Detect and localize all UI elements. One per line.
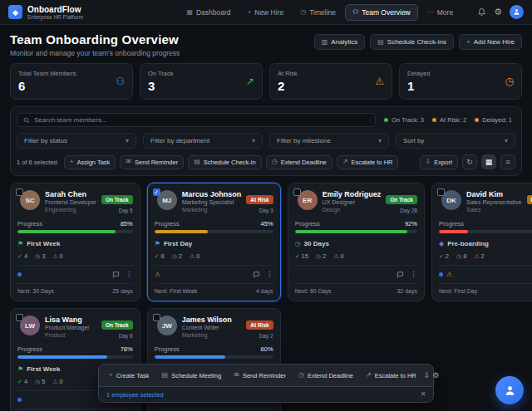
kebab-menu-icon[interactable] (126, 271, 133, 278)
bulk-action-label: Escalate to HR (351, 159, 392, 166)
sheet-action-button[interactable]: ↗ Escalate to HR (361, 369, 421, 382)
team-member-card[interactable]: SC Sarah Chen Frontend Developer Enginee… (10, 183, 140, 301)
kebab-menu-icon[interactable] (266, 271, 273, 278)
sheet-action-icon: ◷ (298, 372, 304, 379)
tasks-done: 4 (17, 378, 27, 385)
day-counter: Day 2 (246, 333, 273, 339)
bulk-action-button[interactable]: + Assign Task (64, 155, 116, 169)
filter-dropdown[interactable]: Filter by status (17, 133, 136, 149)
sheet-action-label: Extend Deadline (308, 372, 353, 379)
member-checkbox[interactable] (16, 188, 23, 196)
check-icon (17, 379, 22, 384)
team-member-card[interactable]: MJ Marcus Johnson Marketing Specialist M… (147, 183, 281, 301)
nav-item[interactable]: ◷ Timeline (293, 4, 343, 21)
kebab-menu-icon[interactable] (410, 271, 417, 278)
filter-dropdown[interactable]: Filter by department (143, 133, 263, 149)
filter-dropdown-label: Filter by milestone (277, 137, 331, 144)
clock-icon (316, 253, 321, 259)
member-checkbox[interactable] (437, 188, 445, 196)
sheet-action-button[interactable]: ✉ Send Reminder (229, 369, 291, 382)
export-button[interactable]: Export (420, 155, 458, 169)
filter-row: Filter by status Filter by department Fi… (17, 133, 515, 149)
bulk-action-button[interactable]: ◷ Extend Deadline (266, 155, 332, 169)
stat-value: 6 (18, 79, 76, 93)
list-view-button[interactable] (500, 154, 515, 169)
page-action-button[interactable]: + Add New Hire (459, 34, 522, 50)
sheet-download-icon[interactable] (424, 369, 431, 382)
progress-label: Progress (439, 220, 464, 228)
page-actions: ▥ Analytics ▤ Schedule Check-ins + Add N… (314, 34, 522, 50)
nav-item[interactable]: ▦ Dashboard (179, 4, 238, 21)
stat-label: Total Team Members (18, 70, 76, 77)
team-member-card[interactable]: DK David Kim Sales Representative Sales … (431, 183, 532, 301)
bulk-buttons: + Assign Task ✉ Send Reminder ▤ Schedule… (64, 155, 399, 169)
sheet-action-button[interactable]: ▤ Schedule Meeting (157, 369, 227, 382)
alert-icon (52, 379, 57, 384)
card-footer: Next: First Day 1 days (439, 283, 532, 294)
legend-item: Delayed: 1 (475, 116, 512, 124)
filter-dropdown[interactable]: Filter by milestone (269, 133, 389, 149)
search-input[interactable] (34, 116, 369, 124)
member-role: UX Designer (323, 198, 382, 206)
filter-dropdown-label: Filter by status (24, 137, 67, 144)
member-checkbox[interactable] (153, 188, 160, 196)
progress-value: 92% (405, 220, 417, 228)
status-legend: On Track: 3 At Risk: 2 Delayed: 1 (384, 116, 515, 124)
nav-item-label: Timeline (309, 8, 336, 17)
milestone-label: First Week (27, 240, 60, 247)
check-icon (295, 253, 300, 259)
day-counter: Day 1 (527, 208, 532, 213)
milestone-label: 30 Days (304, 240, 329, 247)
chat-icon[interactable] (397, 271, 404, 278)
member-checkbox[interactable] (153, 314, 160, 321)
tasks-done: 15 (295, 252, 308, 260)
next-milestone: Next: First Week (155, 288, 198, 294)
page-action-button[interactable]: ▥ Analytics (314, 34, 366, 50)
team-member-card[interactable]: ER Emily Rodriguez UX Designer Design On… (288, 183, 425, 301)
nav-item[interactable]: + New Hire (240, 4, 292, 21)
chat-icon[interactable] (112, 271, 120, 278)
bulk-action-icon: + (70, 159, 74, 165)
nav-item-label: New Hire (254, 8, 283, 17)
close-icon[interactable]: × (421, 390, 426, 399)
filter-dropdown[interactable]: Sort by (396, 133, 515, 149)
sheet-settings-gear-icon[interactable] (432, 369, 439, 382)
sheet-action-button[interactable]: ◷ Extend Deadline (293, 369, 358, 382)
refresh-button[interactable] (462, 154, 477, 169)
stat-icon: ◷ (505, 76, 514, 86)
sheet-action-button[interactable]: + Create Task (104, 369, 155, 382)
brand[interactable]: ◆ OnboardFlow Enterprise HR Platform (8, 5, 83, 20)
top-nav-bar: ◆ OnboardFlow Enterprise HR Platform ▦ D… (0, 0, 532, 25)
settings-gear-icon[interactable] (494, 7, 502, 17)
nav-item-icon: ⚇ (352, 8, 358, 16)
assistant-fab-button[interactable] (495, 376, 524, 404)
sheet-action-label: Create Task (116, 372, 150, 379)
progress-bar-fill (439, 230, 468, 233)
member-role: Sales Representative (466, 198, 522, 206)
progress-bar (439, 230, 532, 233)
nav-item[interactable]: ⋯ More (420, 4, 461, 21)
member-checkbox[interactable] (293, 188, 301, 196)
bulk-action-button[interactable]: ▤ Schedule Check-in (188, 155, 262, 169)
progress-bar (155, 355, 273, 359)
member-name: Lisa Wang (45, 316, 90, 324)
bulk-action-label: Assign Task (76, 159, 110, 166)
member-role: Content Writer (182, 324, 232, 331)
legend-item: At Risk: 2 (432, 116, 466, 124)
progress-label: Progress (155, 220, 180, 228)
page-action-label: Add New Hire (474, 38, 515, 46)
progress-bar-fill (155, 230, 208, 233)
grid-view-button[interactable] (481, 154, 496, 169)
user-avatar[interactable] (510, 5, 524, 19)
chat-icon[interactable] (253, 271, 260, 278)
milestone-icon: ⚑ (155, 241, 160, 247)
page-action-button[interactable]: ▤ Schedule Check-ins (370, 34, 454, 50)
bulk-action-button[interactable]: ✉ Send Reminder (120, 155, 184, 169)
search-row: On Track: 3 At Risk: 2 Delayed: 1 (17, 113, 515, 127)
milestone-label: First Day (164, 240, 192, 247)
notifications-bell-icon[interactable] (477, 7, 486, 17)
member-checkbox[interactable] (16, 314, 23, 321)
bulk-action-button[interactable]: ↗ Escalate to HR (337, 155, 399, 169)
day-counter: Day 3 (246, 208, 273, 213)
nav-item[interactable]: ⚇ Team Overview (345, 4, 418, 21)
